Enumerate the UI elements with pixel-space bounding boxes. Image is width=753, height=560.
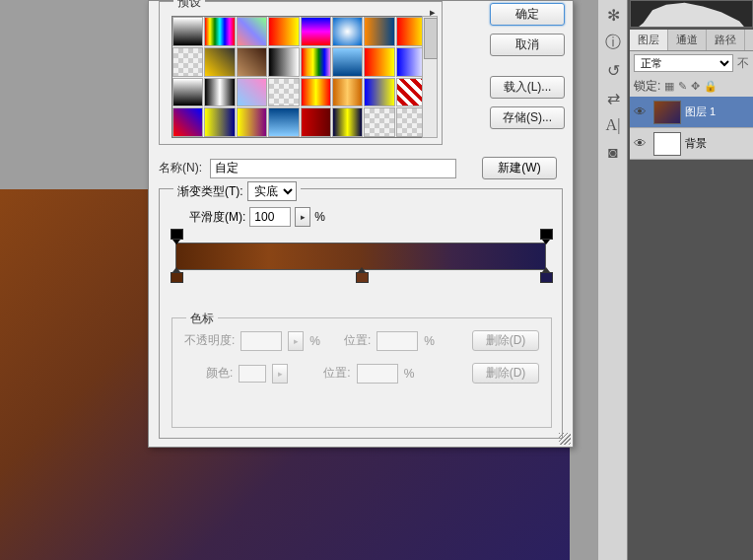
layer-thumbnail: [653, 101, 681, 124]
color-stop-1[interactable]: [171, 271, 181, 284]
preset-swatch-27[interactable]: [268, 107, 299, 137]
tab-paths[interactable]: 路径: [707, 30, 745, 50]
opacity-stop-row: 不透明度: ▸ % 位置: % 删除(D): [172, 318, 551, 351]
gradient-type-label: 渐变类型(T):: [177, 183, 243, 200]
preset-swatch-4[interactable]: [301, 17, 331, 46]
tab-layers[interactable]: 图层: [630, 30, 668, 50]
preset-swatch-12[interactable]: [301, 47, 331, 77]
gradient-name-input[interactable]: [210, 159, 456, 178]
smoothness-stepper[interactable]: ▸: [295, 207, 310, 227]
swap-icon[interactable]: ⇄: [600, 85, 626, 110]
preset-swatch-5[interactable]: [332, 17, 363, 46]
preset-swatch-18[interactable]: [237, 78, 267, 107]
preset-swatch-13[interactable]: [332, 47, 363, 77]
blend-mode-select[interactable]: 正常: [634, 54, 733, 72]
presets-group: 预设 ▸: [159, 1, 443, 145]
color-stop-2[interactable]: [356, 271, 367, 284]
lock-label: 锁定:: [634, 78, 660, 95]
opacity-delete-button: 删除(D): [472, 330, 539, 351]
tool-column: ✻ ⓘ ↺ ⇄ A| ◙: [598, 0, 628, 560]
svg-marker-0: [639, 3, 744, 27]
color-position-unit: %: [404, 367, 415, 381]
preset-swatch-30[interactable]: [364, 107, 394, 137]
opacity-position-input: [376, 331, 418, 351]
dialog-resize-grip[interactable]: [559, 433, 571, 445]
lock-brush-icon[interactable]: ✎: [678, 80, 687, 93]
preset-swatch-6[interactable]: [364, 17, 394, 46]
preset-swatch-11[interactable]: [268, 47, 299, 77]
preset-swatch-17[interactable]: [204, 78, 235, 107]
preset-swatch-14[interactable]: [364, 47, 394, 77]
text-tool-icon[interactable]: A|: [600, 112, 626, 138]
info-icon[interactable]: ⓘ: [600, 30, 626, 55]
preset-swatch-20[interactable]: [301, 78, 331, 107]
layer-name: 背景: [685, 136, 707, 151]
lock-row: 锁定: ▦ ✎ ✥ 🔒: [630, 75, 753, 97]
color-swatch: [239, 365, 266, 383]
color-stop-row: 颜色: ▸ 位置: % 删除(D): [172, 351, 551, 384]
preset-scrollbar[interactable]: [422, 16, 438, 138]
lock-move-icon[interactable]: ✥: [691, 80, 700, 93]
preset-swatch-1[interactable]: [204, 17, 235, 46]
stops-group: 色标 不透明度: ▸ % 位置: % 删除(D) 颜色: ▸ 位置: % 删除(…: [171, 317, 552, 428]
gradient-type-row: 渐变类型(T): 实底: [173, 181, 301, 201]
preset-swatch-22[interactable]: [364, 78, 394, 107]
camera-icon[interactable]: ◙: [600, 140, 626, 166]
history-icon[interactable]: ↺: [600, 57, 626, 83]
layer-row-0[interactable]: 👁图层 1: [630, 97, 753, 128]
preset-swatch-28[interactable]: [301, 107, 331, 137]
smoothness-row: 平滑度(M): ▸ %: [189, 207, 325, 227]
preset-swatch-grid: [171, 16, 428, 138]
preset-swatch-16[interactable]: [172, 78, 203, 107]
opacity-unit: %: [309, 334, 320, 348]
load-button[interactable]: 载入(L)...: [490, 76, 565, 99]
opacity-field-label: 不: [737, 55, 749, 72]
preset-swatch-19[interactable]: [268, 78, 299, 107]
layer-row-1[interactable]: 👁背景: [630, 128, 753, 160]
stops-label: 色标: [186, 311, 218, 327]
tab-channels[interactable]: 通道: [668, 30, 707, 50]
visibility-toggle-icon[interactable]: 👁: [634, 105, 650, 119]
color-stop-3[interactable]: [540, 271, 551, 284]
save-button[interactable]: 存储(S)...: [490, 106, 565, 129]
scrollbar-thumb[interactable]: [424, 18, 438, 59]
preset-swatch-25[interactable]: [204, 107, 235, 137]
lock-all-icon[interactable]: 🔒: [704, 80, 718, 93]
gradient-editor-dialog: 预设 ▸ 确定 取消 载入(L)... 存储(S)... 名称(N): 新建(W…: [148, 0, 574, 448]
preset-swatch-26[interactable]: [237, 107, 267, 137]
layer-name: 图层 1: [685, 105, 716, 119]
color-stepper: ▸: [272, 364, 288, 384]
preset-swatch-2[interactable]: [237, 17, 267, 46]
layer-thumbnail: [653, 132, 681, 156]
opacity-stepper: ▸: [288, 331, 304, 351]
preset-swatch-3[interactable]: [268, 17, 299, 46]
preset-swatch-29[interactable]: [332, 107, 363, 137]
preset-swatch-24[interactable]: [172, 107, 203, 137]
opacity-position-label: 位置:: [344, 332, 371, 349]
preset-swatch-21[interactable]: [332, 78, 363, 107]
cancel-button[interactable]: 取消: [490, 34, 565, 56]
opacity-stop-right[interactable]: [540, 229, 551, 242]
lock-pixels-icon[interactable]: ▦: [664, 80, 674, 93]
gradient-bar[interactable]: [175, 243, 546, 270]
preset-swatch-9[interactable]: [204, 47, 235, 77]
preset-swatch-8[interactable]: [172, 47, 203, 77]
opacity-label: 不透明度:: [184, 332, 235, 349]
visibility-toggle-icon[interactable]: 👁: [634, 136, 650, 151]
compass-icon[interactable]: ✻: [600, 2, 626, 28]
gradient-type-select[interactable]: 实底: [247, 181, 297, 201]
color-delete-button: 删除(D): [472, 363, 539, 384]
new-button[interactable]: 新建(W): [482, 157, 557, 179]
preset-swatch-10[interactable]: [237, 47, 267, 77]
ok-button[interactable]: 确定: [490, 3, 565, 26]
blend-mode-row: 正常 不: [630, 51, 753, 75]
histogram: [630, 0, 753, 28]
smoothness-unit: %: [314, 210, 325, 224]
panel-tabs: 图层 通道 路径: [630, 30, 753, 51]
preset-swatch-0[interactable]: [172, 17, 203, 46]
layer-list: 👁图层 1👁背景: [630, 97, 753, 160]
smoothness-input[interactable]: [249, 207, 291, 227]
opacity-stop-left[interactable]: [171, 229, 181, 242]
color-position-input: [357, 364, 398, 384]
opacity-input: [240, 331, 282, 351]
